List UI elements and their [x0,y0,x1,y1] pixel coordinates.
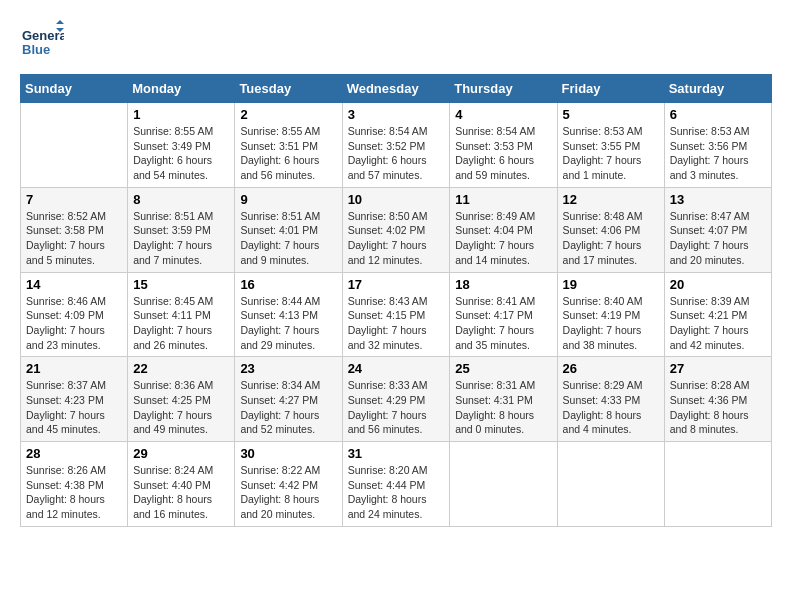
day-cell: 19Sunrise: 8:40 AMSunset: 4:19 PMDayligh… [557,272,664,357]
day-cell [21,103,128,188]
day-number: 1 [133,107,229,122]
week-row-3: 14Sunrise: 8:46 AMSunset: 4:09 PMDayligh… [21,272,772,357]
week-row-2: 7Sunrise: 8:52 AMSunset: 3:58 PMDaylight… [21,187,772,272]
day-info: Sunrise: 8:24 AMSunset: 4:40 PMDaylight:… [133,463,229,522]
day-number: 2 [240,107,336,122]
day-info: Sunrise: 8:31 AMSunset: 4:31 PMDaylight:… [455,378,551,437]
day-number: 4 [455,107,551,122]
day-number: 11 [455,192,551,207]
day-number: 17 [348,277,445,292]
day-number: 24 [348,361,445,376]
week-row-4: 21Sunrise: 8:37 AMSunset: 4:23 PMDayligh… [21,357,772,442]
day-number: 25 [455,361,551,376]
day-number: 27 [670,361,766,376]
day-info: Sunrise: 8:40 AMSunset: 4:19 PMDaylight:… [563,294,659,353]
day-cell [664,442,771,527]
day-number: 30 [240,446,336,461]
day-number: 20 [670,277,766,292]
day-info: Sunrise: 8:54 AMSunset: 3:52 PMDaylight:… [348,124,445,183]
day-cell [557,442,664,527]
day-cell: 28Sunrise: 8:26 AMSunset: 4:38 PMDayligh… [21,442,128,527]
day-info: Sunrise: 8:52 AMSunset: 3:58 PMDaylight:… [26,209,122,268]
day-cell: 11Sunrise: 8:49 AMSunset: 4:04 PMDayligh… [450,187,557,272]
day-cell: 17Sunrise: 8:43 AMSunset: 4:15 PMDayligh… [342,272,450,357]
day-cell: 29Sunrise: 8:24 AMSunset: 4:40 PMDayligh… [128,442,235,527]
day-cell: 6Sunrise: 8:53 AMSunset: 3:56 PMDaylight… [664,103,771,188]
day-info: Sunrise: 8:47 AMSunset: 4:07 PMDaylight:… [670,209,766,268]
day-number: 26 [563,361,659,376]
day-cell: 4Sunrise: 8:54 AMSunset: 3:53 PMDaylight… [450,103,557,188]
day-number: 31 [348,446,445,461]
day-info: Sunrise: 8:51 AMSunset: 4:01 PMDaylight:… [240,209,336,268]
day-info: Sunrise: 8:37 AMSunset: 4:23 PMDaylight:… [26,378,122,437]
day-info: Sunrise: 8:36 AMSunset: 4:25 PMDaylight:… [133,378,229,437]
day-number: 18 [455,277,551,292]
day-cell: 7Sunrise: 8:52 AMSunset: 3:58 PMDaylight… [21,187,128,272]
day-info: Sunrise: 8:41 AMSunset: 4:17 PMDaylight:… [455,294,551,353]
day-info: Sunrise: 8:53 AMSunset: 3:55 PMDaylight:… [563,124,659,183]
day-number: 12 [563,192,659,207]
day-info: Sunrise: 8:34 AMSunset: 4:27 PMDaylight:… [240,378,336,437]
day-info: Sunrise: 8:22 AMSunset: 4:42 PMDaylight:… [240,463,336,522]
week-row-1: 1Sunrise: 8:55 AMSunset: 3:49 PMDaylight… [21,103,772,188]
day-info: Sunrise: 8:49 AMSunset: 4:04 PMDaylight:… [455,209,551,268]
page-header: General Blue [20,20,772,64]
svg-text:General: General [22,28,64,43]
day-cell: 3Sunrise: 8:54 AMSunset: 3:52 PMDaylight… [342,103,450,188]
day-info: Sunrise: 8:20 AMSunset: 4:44 PMDaylight:… [348,463,445,522]
day-number: 7 [26,192,122,207]
day-info: Sunrise: 8:28 AMSunset: 4:36 PMDaylight:… [670,378,766,437]
day-cell: 20Sunrise: 8:39 AMSunset: 4:21 PMDayligh… [664,272,771,357]
day-number: 29 [133,446,229,461]
col-header-wednesday: Wednesday [342,75,450,103]
day-cell: 26Sunrise: 8:29 AMSunset: 4:33 PMDayligh… [557,357,664,442]
day-info: Sunrise: 8:33 AMSunset: 4:29 PMDaylight:… [348,378,445,437]
day-cell: 18Sunrise: 8:41 AMSunset: 4:17 PMDayligh… [450,272,557,357]
logo: General Blue [20,20,64,64]
day-cell: 30Sunrise: 8:22 AMSunset: 4:42 PMDayligh… [235,442,342,527]
day-info: Sunrise: 8:26 AMSunset: 4:38 PMDaylight:… [26,463,122,522]
day-cell: 10Sunrise: 8:50 AMSunset: 4:02 PMDayligh… [342,187,450,272]
day-info: Sunrise: 8:55 AMSunset: 3:51 PMDaylight:… [240,124,336,183]
day-info: Sunrise: 8:46 AMSunset: 4:09 PMDaylight:… [26,294,122,353]
day-info: Sunrise: 8:55 AMSunset: 3:49 PMDaylight:… [133,124,229,183]
day-number: 21 [26,361,122,376]
day-info: Sunrise: 8:29 AMSunset: 4:33 PMDaylight:… [563,378,659,437]
col-header-saturday: Saturday [664,75,771,103]
day-cell: 5Sunrise: 8:53 AMSunset: 3:55 PMDaylight… [557,103,664,188]
day-info: Sunrise: 8:44 AMSunset: 4:13 PMDaylight:… [240,294,336,353]
week-row-5: 28Sunrise: 8:26 AMSunset: 4:38 PMDayligh… [21,442,772,527]
day-number: 10 [348,192,445,207]
header-row: SundayMondayTuesdayWednesdayThursdayFrid… [21,75,772,103]
day-cell: 16Sunrise: 8:44 AMSunset: 4:13 PMDayligh… [235,272,342,357]
day-cell: 9Sunrise: 8:51 AMSunset: 4:01 PMDaylight… [235,187,342,272]
day-info: Sunrise: 8:43 AMSunset: 4:15 PMDaylight:… [348,294,445,353]
day-cell: 13Sunrise: 8:47 AMSunset: 4:07 PMDayligh… [664,187,771,272]
day-cell [450,442,557,527]
svg-text:Blue: Blue [22,42,50,57]
day-cell: 15Sunrise: 8:45 AMSunset: 4:11 PMDayligh… [128,272,235,357]
day-number: 19 [563,277,659,292]
day-info: Sunrise: 8:51 AMSunset: 3:59 PMDaylight:… [133,209,229,268]
day-cell: 14Sunrise: 8:46 AMSunset: 4:09 PMDayligh… [21,272,128,357]
day-info: Sunrise: 8:45 AMSunset: 4:11 PMDaylight:… [133,294,229,353]
day-number: 22 [133,361,229,376]
day-cell: 31Sunrise: 8:20 AMSunset: 4:44 PMDayligh… [342,442,450,527]
day-number: 14 [26,277,122,292]
day-number: 6 [670,107,766,122]
day-info: Sunrise: 8:54 AMSunset: 3:53 PMDaylight:… [455,124,551,183]
day-cell: 1Sunrise: 8:55 AMSunset: 3:49 PMDaylight… [128,103,235,188]
day-cell: 27Sunrise: 8:28 AMSunset: 4:36 PMDayligh… [664,357,771,442]
col-header-friday: Friday [557,75,664,103]
day-number: 28 [26,446,122,461]
day-cell: 24Sunrise: 8:33 AMSunset: 4:29 PMDayligh… [342,357,450,442]
day-number: 3 [348,107,445,122]
day-info: Sunrise: 8:53 AMSunset: 3:56 PMDaylight:… [670,124,766,183]
svg-marker-2 [56,20,64,24]
col-header-tuesday: Tuesday [235,75,342,103]
day-cell: 2Sunrise: 8:55 AMSunset: 3:51 PMDaylight… [235,103,342,188]
col-header-thursday: Thursday [450,75,557,103]
day-number: 13 [670,192,766,207]
day-cell: 22Sunrise: 8:36 AMSunset: 4:25 PMDayligh… [128,357,235,442]
day-number: 9 [240,192,336,207]
